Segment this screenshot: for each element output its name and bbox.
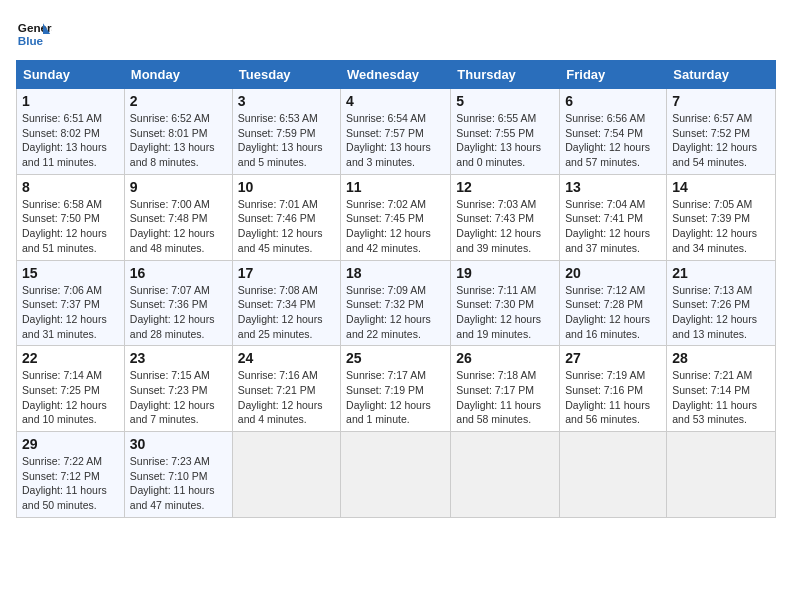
day-info: Sunrise: 7:02 AM Sunset: 7:45 PM Dayligh… — [346, 197, 445, 256]
day-number: 15 — [22, 265, 119, 281]
day-cell — [560, 432, 667, 518]
calendar-header: SundayMondayTuesdayWednesdayThursdayFrid… — [17, 61, 776, 89]
day-cell: 22Sunrise: 7:14 AM Sunset: 7:25 PM Dayli… — [17, 346, 125, 432]
col-header-tuesday: Tuesday — [232, 61, 340, 89]
day-number: 1 — [22, 93, 119, 109]
day-cell: 18Sunrise: 7:09 AM Sunset: 7:32 PM Dayli… — [341, 260, 451, 346]
day-number: 13 — [565, 179, 661, 195]
day-cell: 13Sunrise: 7:04 AM Sunset: 7:41 PM Dayli… — [560, 174, 667, 260]
day-number: 8 — [22, 179, 119, 195]
day-info: Sunrise: 7:09 AM Sunset: 7:32 PM Dayligh… — [346, 283, 445, 342]
day-number: 22 — [22, 350, 119, 366]
day-info: Sunrise: 6:58 AM Sunset: 7:50 PM Dayligh… — [22, 197, 119, 256]
day-cell: 19Sunrise: 7:11 AM Sunset: 7:30 PM Dayli… — [451, 260, 560, 346]
day-info: Sunrise: 6:54 AM Sunset: 7:57 PM Dayligh… — [346, 111, 445, 170]
day-cell — [667, 432, 776, 518]
day-number: 25 — [346, 350, 445, 366]
week-row-4: 22Sunrise: 7:14 AM Sunset: 7:25 PM Dayli… — [17, 346, 776, 432]
page-header: General Blue — [16, 16, 776, 52]
calendar-table: SundayMondayTuesdayWednesdayThursdayFrid… — [16, 60, 776, 518]
day-info: Sunrise: 7:21 AM Sunset: 7:14 PM Dayligh… — [672, 368, 770, 427]
day-info: Sunrise: 7:19 AM Sunset: 7:16 PM Dayligh… — [565, 368, 661, 427]
col-header-sunday: Sunday — [17, 61, 125, 89]
day-cell: 28Sunrise: 7:21 AM Sunset: 7:14 PM Dayli… — [667, 346, 776, 432]
week-row-1: 1Sunrise: 6:51 AM Sunset: 8:02 PM Daylig… — [17, 89, 776, 175]
day-cell: 10Sunrise: 7:01 AM Sunset: 7:46 PM Dayli… — [232, 174, 340, 260]
day-cell: 16Sunrise: 7:07 AM Sunset: 7:36 PM Dayli… — [124, 260, 232, 346]
day-number: 20 — [565, 265, 661, 281]
day-info: Sunrise: 7:00 AM Sunset: 7:48 PM Dayligh… — [130, 197, 227, 256]
day-cell: 21Sunrise: 7:13 AM Sunset: 7:26 PM Dayli… — [667, 260, 776, 346]
day-cell: 5Sunrise: 6:55 AM Sunset: 7:55 PM Daylig… — [451, 89, 560, 175]
day-cell: 29Sunrise: 7:22 AM Sunset: 7:12 PM Dayli… — [17, 432, 125, 518]
day-number: 7 — [672, 93, 770, 109]
day-number: 11 — [346, 179, 445, 195]
day-info: Sunrise: 7:05 AM Sunset: 7:39 PM Dayligh… — [672, 197, 770, 256]
day-cell: 23Sunrise: 7:15 AM Sunset: 7:23 PM Dayli… — [124, 346, 232, 432]
day-number: 29 — [22, 436, 119, 452]
day-info: Sunrise: 7:16 AM Sunset: 7:21 PM Dayligh… — [238, 368, 335, 427]
col-header-friday: Friday — [560, 61, 667, 89]
day-cell — [232, 432, 340, 518]
day-number: 21 — [672, 265, 770, 281]
col-header-saturday: Saturday — [667, 61, 776, 89]
col-header-monday: Monday — [124, 61, 232, 89]
day-cell: 4Sunrise: 6:54 AM Sunset: 7:57 PM Daylig… — [341, 89, 451, 175]
logo-icon: General Blue — [16, 16, 52, 52]
day-cell: 30Sunrise: 7:23 AM Sunset: 7:10 PM Dayli… — [124, 432, 232, 518]
day-cell: 17Sunrise: 7:08 AM Sunset: 7:34 PM Dayli… — [232, 260, 340, 346]
day-info: Sunrise: 7:08 AM Sunset: 7:34 PM Dayligh… — [238, 283, 335, 342]
day-cell: 15Sunrise: 7:06 AM Sunset: 7:37 PM Dayli… — [17, 260, 125, 346]
day-number: 23 — [130, 350, 227, 366]
day-info: Sunrise: 7:01 AM Sunset: 7:46 PM Dayligh… — [238, 197, 335, 256]
day-info: Sunrise: 6:51 AM Sunset: 8:02 PM Dayligh… — [22, 111, 119, 170]
day-cell: 8Sunrise: 6:58 AM Sunset: 7:50 PM Daylig… — [17, 174, 125, 260]
col-header-thursday: Thursday — [451, 61, 560, 89]
day-number: 28 — [672, 350, 770, 366]
day-cell — [341, 432, 451, 518]
day-info: Sunrise: 6:57 AM Sunset: 7:52 PM Dayligh… — [672, 111, 770, 170]
day-number: 4 — [346, 93, 445, 109]
day-cell: 11Sunrise: 7:02 AM Sunset: 7:45 PM Dayli… — [341, 174, 451, 260]
day-info: Sunrise: 6:55 AM Sunset: 7:55 PM Dayligh… — [456, 111, 554, 170]
day-info: Sunrise: 7:18 AM Sunset: 7:17 PM Dayligh… — [456, 368, 554, 427]
week-row-5: 29Sunrise: 7:22 AM Sunset: 7:12 PM Dayli… — [17, 432, 776, 518]
day-number: 6 — [565, 93, 661, 109]
day-info: Sunrise: 7:04 AM Sunset: 7:41 PM Dayligh… — [565, 197, 661, 256]
day-number: 19 — [456, 265, 554, 281]
day-info: Sunrise: 7:12 AM Sunset: 7:28 PM Dayligh… — [565, 283, 661, 342]
day-cell: 24Sunrise: 7:16 AM Sunset: 7:21 PM Dayli… — [232, 346, 340, 432]
day-info: Sunrise: 6:52 AM Sunset: 8:01 PM Dayligh… — [130, 111, 227, 170]
day-number: 12 — [456, 179, 554, 195]
logo: General Blue — [16, 16, 52, 52]
day-info: Sunrise: 7:23 AM Sunset: 7:10 PM Dayligh… — [130, 454, 227, 513]
day-cell: 14Sunrise: 7:05 AM Sunset: 7:39 PM Dayli… — [667, 174, 776, 260]
day-number: 10 — [238, 179, 335, 195]
day-number: 24 — [238, 350, 335, 366]
day-info: Sunrise: 7:07 AM Sunset: 7:36 PM Dayligh… — [130, 283, 227, 342]
day-number: 30 — [130, 436, 227, 452]
day-number: 18 — [346, 265, 445, 281]
day-cell — [451, 432, 560, 518]
day-number: 17 — [238, 265, 335, 281]
day-number: 9 — [130, 179, 227, 195]
day-number: 2 — [130, 93, 227, 109]
day-number: 3 — [238, 93, 335, 109]
day-info: Sunrise: 7:13 AM Sunset: 7:26 PM Dayligh… — [672, 283, 770, 342]
day-cell: 20Sunrise: 7:12 AM Sunset: 7:28 PM Dayli… — [560, 260, 667, 346]
day-number: 14 — [672, 179, 770, 195]
day-info: Sunrise: 7:11 AM Sunset: 7:30 PM Dayligh… — [456, 283, 554, 342]
day-info: Sunrise: 7:06 AM Sunset: 7:37 PM Dayligh… — [22, 283, 119, 342]
day-info: Sunrise: 7:03 AM Sunset: 7:43 PM Dayligh… — [456, 197, 554, 256]
week-row-3: 15Sunrise: 7:06 AM Sunset: 7:37 PM Dayli… — [17, 260, 776, 346]
day-cell: 7Sunrise: 6:57 AM Sunset: 7:52 PM Daylig… — [667, 89, 776, 175]
day-info: Sunrise: 7:22 AM Sunset: 7:12 PM Dayligh… — [22, 454, 119, 513]
day-number: 16 — [130, 265, 227, 281]
svg-text:Blue: Blue — [18, 34, 44, 47]
week-row-2: 8Sunrise: 6:58 AM Sunset: 7:50 PM Daylig… — [17, 174, 776, 260]
day-cell: 1Sunrise: 6:51 AM Sunset: 8:02 PM Daylig… — [17, 89, 125, 175]
day-cell: 26Sunrise: 7:18 AM Sunset: 7:17 PM Dayli… — [451, 346, 560, 432]
day-cell: 3Sunrise: 6:53 AM Sunset: 7:59 PM Daylig… — [232, 89, 340, 175]
day-number: 27 — [565, 350, 661, 366]
header-row: SundayMondayTuesdayWednesdayThursdayFrid… — [17, 61, 776, 89]
